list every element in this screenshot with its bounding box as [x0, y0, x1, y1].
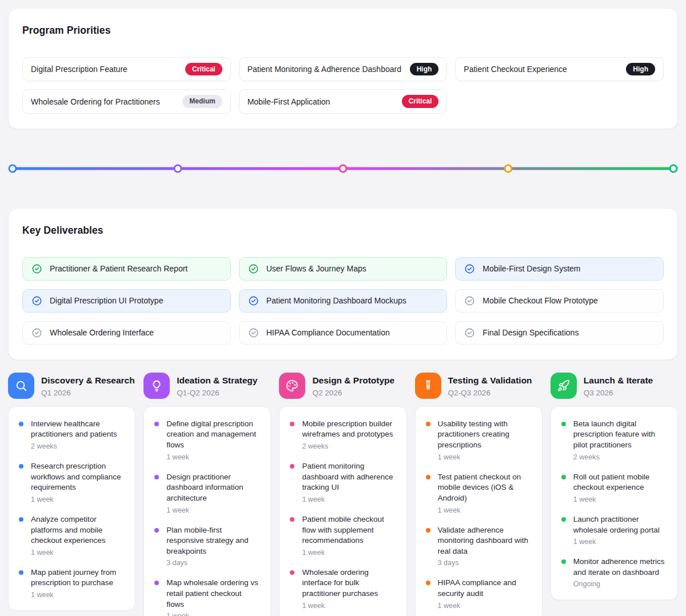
- bullet-dot-icon: [561, 517, 566, 522]
- priority-badge: High: [410, 63, 439, 75]
- priority-badge: Critical: [402, 95, 439, 107]
- phases-grid: Discovery & Research Q1 2026 Interview h…: [8, 373, 678, 616]
- task-duration: 2 weeks: [31, 442, 125, 450]
- priority-item[interactable]: Patient Checkout Experience High: [455, 57, 664, 81]
- deliverable-item[interactable]: Wholesale Ordering Interface: [22, 321, 231, 345]
- bullet-dot-icon: [19, 570, 23, 575]
- bullet-dot-icon: [426, 475, 430, 479]
- task-text: Design practitioner dashboard informatio…: [166, 472, 260, 504]
- task-duration: 1 week: [573, 495, 667, 503]
- priority-item[interactable]: Mobile-First Application Critical: [239, 89, 448, 113]
- task-duration: 1 week: [166, 506, 260, 514]
- priority-item[interactable]: Digital Prescription Feature Critical: [22, 57, 231, 81]
- task-item: Map patient journey from prescription to…: [19, 567, 125, 599]
- timeline-node-icon: [174, 164, 182, 173]
- deliverable-label: Practitioner & Patient Research Report: [50, 264, 188, 273]
- timeline-node-icon: [504, 164, 513, 173]
- priority-badge: Medium: [182, 95, 222, 107]
- task-text: HIPAA compliance and security audit: [438, 578, 532, 599]
- palette-icon: [279, 373, 305, 399]
- phase-header: Launch & Iterate Q3 2026: [551, 373, 678, 399]
- task-item: Mobile prescription builder wireframes a…: [290, 419, 396, 450]
- check-circle-icon: [248, 295, 259, 306]
- test-tube-icon: [415, 373, 441, 399]
- key-deliverables-title: Key Deliverables: [22, 225, 664, 237]
- phase-period: Q1-Q2 2026: [177, 389, 257, 397]
- priority-label: Wholesale Ordering for Practitioners: [31, 97, 160, 106]
- task-duration: 1 week: [31, 549, 125, 557]
- phase-header: Ideation & Strategy Q1-Q2 2026: [143, 373, 271, 399]
- priorities-grid: Digital Prescription Feature Critical Pa…: [22, 57, 664, 114]
- priority-label: Digital Prescription Feature: [31, 65, 127, 74]
- task-text: Patient monitoring dashboard with adhere…: [302, 461, 396, 493]
- task-item: Map wholesale ordering vs retail patient…: [154, 578, 260, 616]
- phase-title: Design & Prototype: [312, 374, 394, 387]
- deliverable-item[interactable]: Final Design Specifications: [455, 321, 664, 345]
- deliverable-label: Mobile-First Design System: [482, 264, 580, 273]
- bullet-dot-icon: [290, 464, 294, 469]
- task-text: Patient mobile checkout flow with supple…: [302, 514, 396, 546]
- bullet-dot-icon: [426, 422, 430, 426]
- bullet-dot-icon: [154, 475, 159, 479]
- task-text: Mobile prescription builder wireframes a…: [302, 419, 396, 440]
- check-circle-icon: [31, 295, 42, 306]
- task-item: Interview healthcare practitioners and p…: [19, 419, 125, 450]
- priority-badge: Critical: [185, 63, 222, 75]
- task-item: Plan mobile-first responsive strategy an…: [154, 525, 260, 567]
- phase-column: Design & Prototype Q2 2026 Mobile prescr…: [279, 373, 406, 616]
- deliverable-item[interactable]: Mobile-First Design System: [455, 257, 664, 281]
- timeline-section: [8, 129, 678, 208]
- task-item: HIPAA compliance and security audit 1 we…: [426, 578, 532, 609]
- deliverable-item[interactable]: Digital Prescription UI Prototype: [22, 289, 231, 313]
- lightbulb-icon: [143, 373, 170, 399]
- deliverable-label: Wholesale Ordering Interface: [50, 328, 154, 337]
- phase-column: Testing & Validation Q2-Q3 2026 Usabilit…: [415, 373, 543, 616]
- priority-label: Patient Checkout Experience: [464, 65, 567, 74]
- bullet-dot-icon: [19, 517, 23, 522]
- task-item: Monitor adherence metrics and iterate on…: [561, 557, 667, 588]
- task-duration: 1 week: [438, 506, 532, 514]
- priority-item[interactable]: Wholesale Ordering for Practitioners Med…: [22, 89, 231, 113]
- program-priorities-card: Program Priorities Digital Prescription …: [8, 8, 678, 129]
- task-duration: 1 week: [302, 495, 396, 503]
- phase-column: Ideation & Strategy Q1-Q2 2026 Define di…: [143, 373, 271, 616]
- priority-label: Mobile-First Application: [248, 97, 330, 106]
- timeline: [13, 165, 673, 173]
- deliverable-label: HIPAA Compliance Documentation: [266, 328, 390, 337]
- check-circle-icon: [464, 327, 475, 338]
- search-icon: [8, 373, 34, 399]
- task-duration: 1 week: [302, 549, 396, 557]
- task-item: Patient mobile checkout flow with supple…: [290, 514, 396, 557]
- deliverable-item[interactable]: Patient Monitoring Dashboard Mockups: [239, 289, 448, 313]
- deliverable-label: User Flows & Journey Maps: [266, 264, 366, 273]
- deliverable-item[interactable]: HIPAA Compliance Documentation: [239, 321, 448, 345]
- rocket-icon: [551, 373, 577, 399]
- task-item: Launch practitioner wholesale ordering p…: [561, 514, 667, 546]
- bullet-dot-icon: [561, 475, 566, 479]
- phase-title: Discovery & Research: [41, 374, 135, 387]
- task-text: Analyze competitor platforms and mobile …: [31, 514, 125, 546]
- task-item: Validate adherence monitoring dashboard …: [426, 525, 532, 567]
- deliverables-grid: Practitioner & Patient Research Report U…: [22, 257, 664, 345]
- timeline-node-icon: [9, 164, 17, 173]
- deliverable-item[interactable]: User Flows & Journey Maps: [239, 257, 448, 281]
- bullet-dot-icon: [290, 422, 294, 426]
- bullet-dot-icon: [19, 464, 23, 469]
- check-circle-icon: [31, 263, 42, 274]
- phase-period: Q2 2026: [312, 389, 394, 397]
- check-circle-icon: [464, 295, 475, 306]
- task-text: Validate adherence monitoring dashboard …: [438, 525, 532, 557]
- task-text: Monitor adherence metrics and iterate on…: [573, 557, 667, 578]
- timeline-node-icon: [339, 164, 348, 173]
- task-duration: 1 week: [31, 495, 125, 503]
- task-duration: 2 weeks: [573, 453, 667, 461]
- phase-task-card: Interview healthcare practitioners and p…: [8, 406, 135, 611]
- bullet-dot-icon: [426, 528, 430, 533]
- task-item: Roll out patient mobile checkout experie…: [561, 472, 667, 503]
- priority-item[interactable]: Patient Monitoring & Adherence Dashboard…: [239, 57, 448, 81]
- deliverable-item[interactable]: Practitioner & Patient Research Report: [22, 257, 231, 281]
- deliverable-item[interactable]: Mobile Checkout Flow Prototype: [455, 289, 664, 313]
- bullet-dot-icon: [19, 422, 23, 426]
- phase-column: Discovery & Research Q1 2026 Interview h…: [8, 373, 135, 611]
- phase-column: Launch & Iterate Q3 2026 Beta launch dig…: [551, 373, 678, 601]
